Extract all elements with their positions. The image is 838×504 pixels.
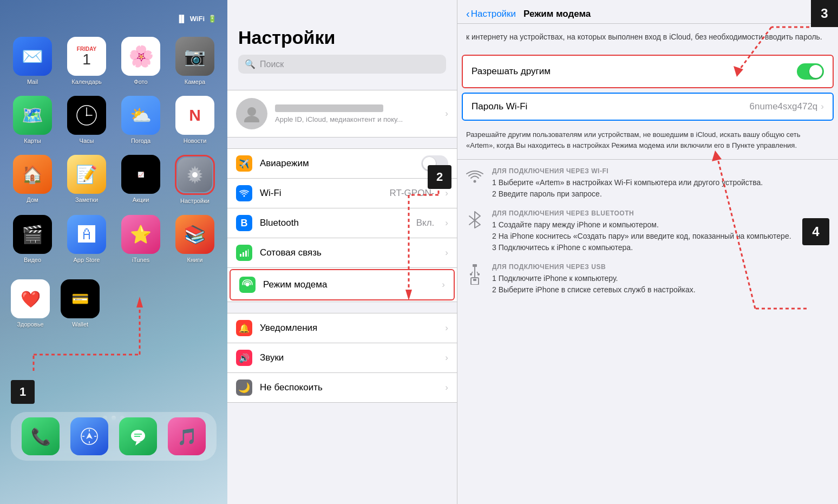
wallet-icon: 💳 [61, 279, 100, 318]
stocks-icon: 📈 [121, 155, 160, 194]
profile-info: Apple ID, iCloud, медиаконтент и поку... [275, 104, 437, 123]
svg-rect-25 [248, 249, 248, 257]
settings-header: Настройки 🔍 Поиск [227, 0, 457, 79]
bluetooth-conn-step2: 2 На iPhone коснитесь «Создать пару» или… [492, 231, 829, 242]
svg-marker-18 [136, 297, 143, 307]
app-grid: ✉️ Mail Friday 1 Календарь 🌸 Фото 📷 Каме… [5, 31, 222, 269]
svg-marker-10 [86, 433, 93, 439]
weather-icon: ⛅ [121, 96, 160, 135]
svg-point-20 [244, 116, 259, 122]
app-news-label: Новости [184, 138, 207, 144]
usb-connection-row: ДЛЯ ПОДКЛЮЧЕНИЯ ЧЕРЕЗ USB 1 Подключите i… [466, 263, 829, 296]
step-badge-4-wrapper: 4 [802, 218, 829, 245]
svg-rect-41 [477, 273, 480, 275]
row-sounds[interactable]: 🔊 Звуки › [227, 343, 457, 373]
modem-intro-text: к интернету на устройствах, на которых в… [457, 24, 838, 50]
profile-section: Apple ID, iCloud, медиаконтент и поку...… [227, 90, 457, 138]
row-notifications[interactable]: 🔔 Уведомления › [227, 313, 457, 343]
sounds-chevron: › [445, 352, 448, 363]
row-dnd[interactable]: 🌙 Не беспокоить › [227, 373, 457, 402]
dock-safari[interactable] [70, 417, 108, 455]
row-dnd-label: Не беспокоить [260, 382, 437, 393]
wifi-conn-title: ДЛЯ ПОДКЛЮЧЕНИЯ ЧЕРЕЗ WI-FI [492, 167, 829, 175]
health-icon: ❤️ [11, 279, 50, 318]
app-maps[interactable]: 🗺️ Карты [11, 96, 54, 144]
app-health[interactable]: ❤️ Здоровье [11, 279, 50, 328]
app-clock[interactable]: Часы [65, 96, 108, 144]
signal-icon: ▐▌ [176, 15, 186, 23]
app-itunes[interactable]: ⭐ iTunes [119, 215, 162, 263]
app-settings[interactable]: Настройки [173, 155, 217, 204]
nav-back-button[interactable]: ‹ Настройки [466, 8, 516, 20]
app-calendar-label: Календарь [71, 78, 102, 85]
usb-conn-step1: 1 Подключите iPhone к компьютеру. [492, 273, 829, 284]
toggle-on-knob [809, 65, 822, 78]
wifi-password-row[interactable]: Пароль Wi-Fi 6nume4sxg472q › [462, 93, 834, 121]
home-screen: ▐▌ WiFi 🔋 ✉️ Mail Friday 1 Календарь 🌸 Ф… [0, 0, 227, 504]
app-camera-label: Камера [185, 78, 205, 85]
wifi-status-icon: WiFi [190, 15, 205, 23]
wifi-password-chevron: › [821, 101, 824, 112]
settings-group-2: 🔔 Уведомления › 🔊 Звуки › 🌙 Не беспокоит… [227, 313, 457, 403]
modem-nav: ‹ Настройки Режим модема [457, 0, 838, 24]
app-itunes-label: iTunes [132, 257, 150, 263]
svg-marker-12 [135, 442, 141, 446]
app-appstore[interactable]: 🅰 App Store [65, 215, 108, 263]
row-bluetooth[interactable]: B Bluetooth Вкл. › [227, 208, 457, 238]
itunes-icon: ⭐ [121, 215, 160, 254]
step-badge-1: 1 [11, 380, 35, 404]
wifi-password-label: Пароль Wi-Fi [472, 101, 750, 112]
profile-name-blurred [275, 104, 383, 112]
profile-sub: Apple ID, iCloud, медиаконтент и поку... [275, 115, 437, 123]
connection-section: ДЛЯ ПОДКЛЮЧЕНИЯ ЧЕРЕЗ WI-FI 1 Выберите «… [457, 159, 838, 313]
app-settings-label: Настройки [180, 198, 210, 204]
usb-conn-step2: 2 Выберите iPhone в списке сетевых служб… [492, 284, 829, 296]
row-airplane-label: Авиарежим [260, 158, 414, 169]
nav-title: Режим модема [523, 9, 591, 19]
app-camera[interactable]: 📷 Камера [173, 37, 217, 85]
svg-point-21 [244, 195, 245, 197]
bluetooth-connection-row: ДЛЯ ПОДКЛЮЧЕНИЯ ЧЕРЕЗ BLUETOOTH 1 Создай… [466, 210, 829, 253]
app-videos[interactable]: 🎬 Видео [11, 215, 54, 263]
dock-messages[interactable] [119, 417, 157, 455]
app-news[interactable]: N Новости [173, 96, 217, 144]
app-photos[interactable]: 🌸 Фото [119, 37, 162, 85]
allow-others-row[interactable]: Разрешать другим [462, 55, 834, 88]
app-home-label: Дом [27, 197, 38, 203]
app-mail[interactable]: ✉️ Mail [11, 37, 54, 85]
row-wifi[interactable]: Wi-Fi RT-GPON- › [227, 179, 457, 208]
svg-rect-40 [470, 273, 472, 275]
app-calendar[interactable]: Friday 1 Календарь [65, 37, 108, 85]
app-wallet[interactable]: 💳 Wallet [61, 279, 100, 328]
appstore-icon: 🅰 [67, 215, 106, 254]
clock-icon [67, 96, 106, 135]
row-wifi-label: Wi-Fi [260, 188, 382, 199]
dock-music[interactable]: 🎵 [168, 417, 206, 455]
bluetooth-chevron: › [445, 218, 448, 228]
cellular-icon [236, 245, 252, 261]
row-hotspot[interactable]: Режим модема › [230, 269, 455, 300]
profile-row[interactable]: Apple ID, iCloud, медиаконтент и поку...… [227, 90, 457, 137]
calendar-date: 1 [82, 52, 91, 67]
wifi-conn-icon [466, 168, 483, 184]
allow-others-toggle[interactable] [797, 63, 824, 80]
app-ibooks[interactable]: 📚 Книги [173, 215, 217, 263]
notifications-icon: 🔔 [236, 320, 252, 336]
app-wallet-label: Wallet [72, 321, 88, 328]
profile-chevron: › [445, 108, 448, 119]
nav-back-label: Настройки [471, 9, 516, 19]
app-home[interactable]: 🏠 Дом [11, 155, 54, 204]
battery-icon: 🔋 [208, 15, 217, 23]
settings-highlight-box [175, 155, 215, 195]
app-weather[interactable]: ⛅ Погода [119, 96, 162, 144]
row-airplane[interactable]: ✈️ Авиарежим [227, 149, 457, 179]
app-notes[interactable]: 📝 Заметки [65, 155, 108, 204]
dock-phone[interactable]: 📞 [22, 417, 60, 455]
search-bar[interactable]: 🔍 Поиск [238, 55, 446, 74]
row-sounds-label: Звуки [260, 352, 437, 363]
row-cellular[interactable]: Сотовая связь › [227, 238, 457, 268]
app-stocks[interactable]: 📈 Акции [119, 155, 162, 204]
wifi-icon [236, 185, 252, 201]
settings-title: Настройки [238, 27, 446, 48]
news-icon: N [175, 96, 214, 135]
